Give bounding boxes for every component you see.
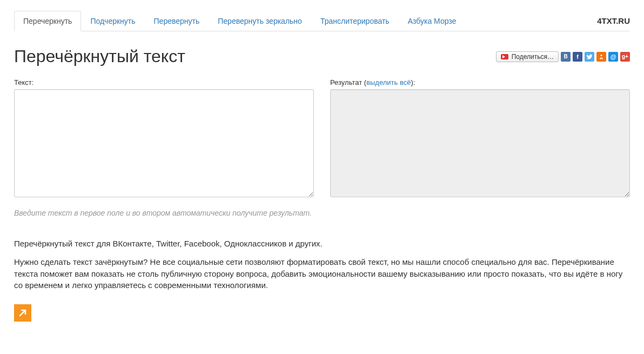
input-column: Текст: — [14, 78, 314, 199]
counter-badge[interactable] — [14, 304, 31, 322]
share-block: Поделиться… B f @ g+ — [496, 51, 630, 62]
description-p1: Перечёркнутый текст для ВКонтакте, Twitt… — [14, 238, 630, 250]
tab-flip[interactable]: Перевернуть — [145, 11, 209, 31]
tab-underline[interactable]: Подчеркнуть — [81, 11, 144, 31]
top-bar: Перечеркнуть Подчеркнуть Перевернуть Пер… — [14, 11, 630, 31]
share-fb-icon[interactable]: f — [573, 52, 582, 62]
output-textarea[interactable] — [330, 89, 630, 197]
share-tw-icon[interactable] — [585, 52, 594, 62]
tab-translit[interactable]: Транслитерировать — [311, 11, 399, 31]
sound-icon — [501, 54, 508, 59]
share-vk-icon[interactable]: B — [561, 52, 571, 62]
hint-text: Введите текст в первое поле и во втором … — [14, 209, 630, 217]
arrow-up-right-icon — [17, 308, 28, 318]
share-gplus-icon[interactable]: g+ — [620, 52, 630, 62]
site-brand[interactable]: 4TXT.RU — [588, 11, 630, 31]
tab-morse[interactable]: Азбука Морзе — [399, 11, 466, 31]
tab-bar: Перечеркнуть Подчеркнуть Перевернуть Пер… — [14, 11, 588, 31]
share-mailru-icon[interactable]: @ — [608, 52, 618, 62]
description-p2: Нужно сделать текст зачёркнутым? Не все … — [14, 256, 630, 291]
output-label-suffix: ): — [411, 78, 415, 86]
output-label: Результат (выделить всё): — [330, 78, 630, 86]
svg-point-0 — [601, 55, 602, 56]
description: Перечёркнутый текст для ВКонтакте, Twitt… — [14, 238, 630, 291]
input-textarea[interactable] — [14, 89, 314, 197]
tab-mirror[interactable]: Перевернуть зеркально — [209, 11, 311, 31]
input-label: Текст: — [14, 78, 314, 86]
share-button-label: Поделиться… — [512, 53, 554, 61]
page-title: Перечёркнутый текст — [14, 46, 185, 66]
share-ok-icon[interactable] — [596, 52, 606, 62]
tab-strike[interactable]: Перечеркнуть — [14, 11, 81, 31]
share-button[interactable]: Поделиться… — [496, 51, 559, 62]
output-label-prefix: Результат ( — [330, 78, 366, 86]
select-all-link[interactable]: выделить всё — [366, 78, 411, 86]
output-column: Результат (выделить всё): — [330, 78, 630, 199]
